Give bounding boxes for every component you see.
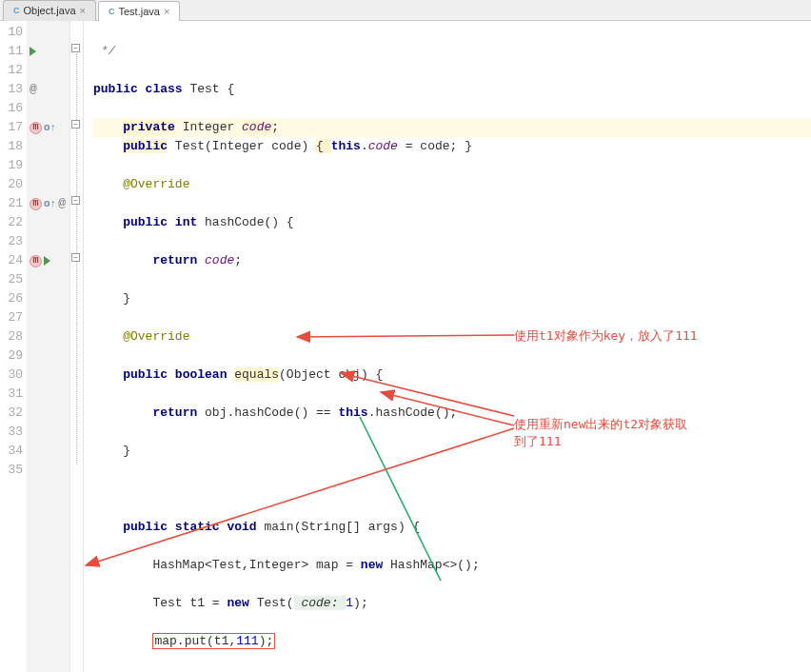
line-number: 34: [0, 442, 27, 461]
gutter-row: mo↑: [27, 118, 69, 137]
override-up-icon[interactable]: o↑: [44, 118, 56, 137]
tab-label: Object.java: [24, 5, 76, 16]
gutter-row: [27, 327, 69, 346]
gutter-row: [27, 137, 69, 156]
line-number: 24: [0, 251, 27, 270]
run-gutter-icon[interactable]: [44, 256, 50, 266]
line-number: 13: [0, 80, 27, 99]
line-number: 26: [0, 289, 27, 308]
tab-label: Test.java: [118, 6, 159, 17]
code-text: */: [93, 44, 115, 58]
gutter-row: [27, 308, 69, 327]
method-marker-icon[interactable]: m: [30, 198, 42, 210]
gutter-row: m: [27, 251, 69, 270]
method-marker-icon[interactable]: m: [30, 255, 42, 267]
fold-toggle[interactable]: −: [71, 196, 80, 205]
editor-tab-bar: C Object.java × C Test.java ×: [0, 0, 811, 21]
method-marker-icon[interactable]: m: [30, 122, 42, 134]
line-number: 32: [0, 404, 27, 423]
line-number: 29: [0, 346, 27, 366]
class-icon: C: [13, 6, 20, 15]
line-number: 31: [0, 385, 27, 404]
line-number: 28: [0, 327, 27, 346]
gutter-row: @: [27, 80, 69, 99]
line-number: 18: [0, 137, 27, 156]
gutter-row: [27, 232, 69, 251]
gutter-row: [27, 366, 69, 385]
close-icon[interactable]: ×: [164, 6, 169, 17]
gutter-row: [27, 404, 69, 423]
line-number: 23: [0, 232, 27, 251]
gutter-row: [27, 99, 69, 118]
line-number: 12: [0, 61, 27, 80]
gutter-row: [27, 385, 69, 404]
line-number: 17: [0, 118, 27, 137]
line-number: 35: [0, 461, 27, 480]
gutter-row: [27, 42, 69, 61]
line-number: 22: [0, 213, 27, 232]
annotation-get: 使用重新new出来的t2对象获取 到了111: [514, 416, 687, 450]
code-area[interactable]: */ public class Test { private Integer c…: [84, 21, 811, 672]
class-icon: C: [109, 7, 115, 16]
line-number: 33: [0, 423, 27, 442]
override-at-icon: @: [30, 80, 37, 99]
fold-toggle[interactable]: −: [71, 120, 80, 128]
annotation-put: 使用t1对象作为key，放入了111: [514, 327, 698, 345]
marker-gutter: @mo↑mo↑@m: [27, 21, 70, 672]
line-number: 21: [0, 194, 27, 213]
tab-object-java[interactable]: C Object.java ×: [3, 0, 96, 21]
tab-test-java[interactable]: C Test.java ×: [98, 1, 180, 22]
gutter-row: [27, 461, 69, 480]
line-number: 10: [0, 23, 27, 42]
run-gutter-icon[interactable]: [30, 47, 36, 56]
fold-toggle[interactable]: −: [71, 253, 80, 262]
line-number: 25: [0, 270, 27, 289]
fold-toggle[interactable]: −: [71, 44, 80, 52]
put-highlight: map.put(t1,111);: [152, 633, 275, 649]
gutter-row: mo↑@: [27, 194, 69, 213]
gutter-row: [27, 423, 69, 442]
gutter-row: [27, 346, 69, 366]
close-icon[interactable]: ×: [80, 5, 86, 16]
line-number: 20: [0, 175, 27, 194]
code-editor[interactable]: 1011121316171819202122232425262728293031…: [0, 21, 811, 672]
line-number: 19: [0, 156, 27, 175]
override-up-icon[interactable]: o↑: [44, 194, 56, 213]
gutter-row: [27, 156, 69, 175]
line-number: 30: [0, 366, 27, 385]
line-number: 27: [0, 308, 27, 327]
override-at-icon: @: [58, 194, 66, 213]
line-number: 11: [0, 42, 27, 61]
gutter-row: [27, 289, 69, 308]
gutter-row: [27, 175, 69, 194]
line-number: 16: [0, 99, 27, 118]
line-number-gutter: 1011121316171819202122232425262728293031…: [0, 21, 27, 672]
gutter-row: [27, 442, 69, 461]
gutter-row: [27, 213, 69, 232]
fold-gutter: − − − −: [70, 21, 84, 672]
gutter-row: [27, 270, 69, 289]
gutter-row: [27, 23, 69, 42]
gutter-row: [27, 61, 69, 80]
